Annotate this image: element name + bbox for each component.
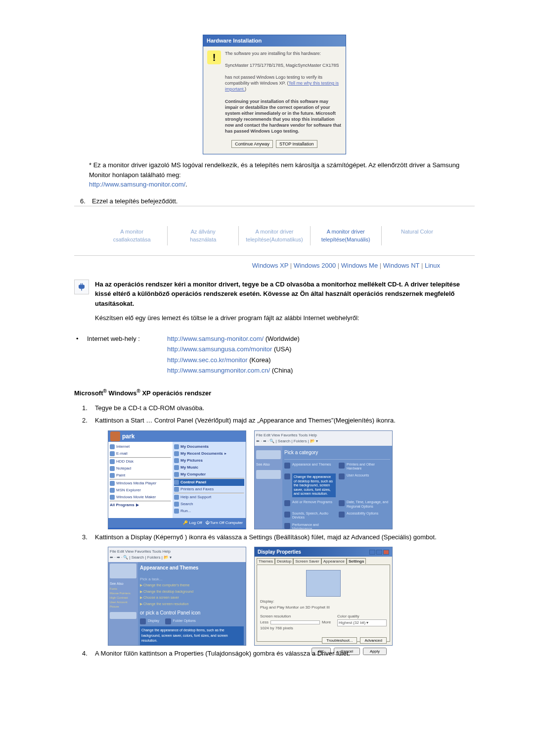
os-anchor-links: Windows XP | Windows 2000 | Windows Me |… (74, 261, 440, 271)
step-6-text: Ezzel a telepítés befejeződött. (92, 196, 178, 206)
display-properties-screenshot: Display Properties ThemesDesktopScreen S… (254, 547, 393, 646)
nav-connect[interactable]: A monitorcsatlakoztatása (96, 226, 168, 245)
link-linux[interactable]: Linux (425, 262, 440, 269)
link-china[interactable]: http://www.samsungmonitor.com.cn/ (167, 367, 270, 374)
nav-stand[interactable]: Az állványhasználata (168, 226, 239, 245)
samsung-monitor-link[interactable]: http://www.samsung-monitor.com/ (89, 181, 185, 188)
nav-natural-color[interactable]: Natural Color (382, 226, 452, 245)
document-page: Hardware Installation ! The software you… (0, 0, 534, 671)
link-windows-me[interactable]: Windows Me (341, 262, 378, 269)
internet-webhely-label: Internet web-hely : (87, 334, 161, 344)
link-windows-2000[interactable]: Windows 2000 (294, 262, 336, 269)
dialog-title: Hardware Installation (203, 35, 346, 47)
control-panel-screenshot: File Edit View Favorites Tools Help⬅ · ➡… (254, 430, 393, 529)
link-windows-nt[interactable]: Windows NT (383, 262, 419, 269)
step-1: Tegye be a CD-t a CD-ROM olvasóba. (95, 403, 475, 413)
driver-install-note: Ha az operációs rendszer kéri a monitor … (95, 280, 475, 328)
plug-icon (74, 280, 89, 294)
warning-icon: ! (207, 50, 221, 64)
section-nav: A monitorcsatlakoztatása Az állványhaszn… (96, 226, 452, 245)
star-note: * Ez a monitor driver igazoló MS logóval… (89, 160, 475, 189)
step-2: Kattintson a Start … Control Panel (Vezé… (95, 416, 475, 529)
troubleshoot-button[interactable]: Troubleshoot... (322, 637, 357, 644)
start-menu-screenshot: park Internet E-mail HDD Disk Notepad Pa… (108, 430, 246, 529)
bullet-dot: • (76, 334, 81, 344)
step-4: A Monitor fülön kattintson a Properties … (95, 649, 475, 659)
link-korea[interactable]: http://www.sec.co.kr/monitor (167, 356, 248, 364)
dialog-body-text: The software you are installing for this… (225, 50, 342, 135)
link-windows-xp[interactable]: Windows XP (252, 262, 288, 269)
stop-installation-button[interactable]: STOP Installation (276, 140, 317, 148)
nav-driver-auto[interactable]: A monitor drivertelepítése(Automatikus) (239, 226, 310, 245)
step-3: Kattintson a Display (Képernyő ) ikonra … (95, 532, 475, 646)
link-worldwide[interactable]: http://www.samsung-monitor.com/ (167, 335, 264, 342)
nav-driver-manual[interactable]: A monitor drivertelepítése(Manuális) (311, 226, 382, 245)
hardware-installation-dialog: Hardware Installation ! The software you… (203, 35, 346, 154)
step-6-number: 6. (80, 196, 87, 206)
advanced-button[interactable]: Advanced (360, 637, 387, 644)
link-usa[interactable]: http://www.samsungusa.com/monitor (167, 345, 272, 353)
continue-anyway-button[interactable]: Continue Anyway (231, 140, 273, 148)
xp-section-title: Microsoft® Windows® XP operációs rendsze… (74, 387, 475, 398)
appearance-themes-screenshot: File Edit View Favorites Tools Help⬅ · ➡… (108, 547, 246, 646)
